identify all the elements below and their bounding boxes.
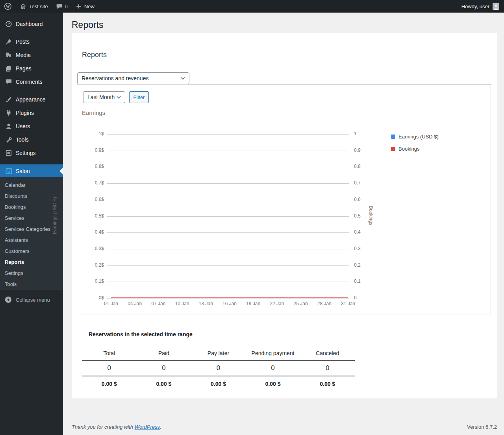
legend-entry: Earnings (USD $) <box>391 133 439 141</box>
footer-suffix: . <box>160 424 161 430</box>
plugin-icon <box>5 109 13 117</box>
dashboard-icon <box>5 20 13 28</box>
right-axis-tick-label: 0.3 <box>354 246 378 251</box>
sidebar-item-users[interactable]: Users <box>0 120 63 133</box>
reports-card: Reports Reservations and revenues Last M… <box>72 33 497 398</box>
sidebar-item-label: Settings <box>16 150 36 156</box>
report-type-value: Reservations and revenues <box>82 75 148 81</box>
comments-icon <box>5 78 13 86</box>
chevron-down-icon <box>181 77 185 80</box>
right-axis-tick-label: 0.8 <box>354 164 378 169</box>
chart-gridline <box>107 183 349 184</box>
count-pending-payment: 0 <box>246 360 300 376</box>
sidebar-item-label: Pages <box>16 65 32 72</box>
right-axis-tick-label: 1 <box>354 131 378 136</box>
chart-gridline <box>107 298 349 299</box>
reports-card-heading: Reports <box>82 51 107 59</box>
right-axis-tick-label: 0.2 <box>354 262 378 268</box>
legend-swatch <box>391 147 395 151</box>
sidebar-item-comments[interactable]: Comments <box>0 75 63 88</box>
col-header-pay-later: Pay later <box>191 346 246 360</box>
new-label: New <box>84 4 94 9</box>
sidebar-item-label: Users <box>16 123 30 129</box>
comment-bubble-icon <box>56 3 63 10</box>
summary-header-row: Total Paid Pay later Pending payment Can… <box>82 346 355 360</box>
footer-thanks: Thank you for creating with WordPress. <box>72 424 161 430</box>
page-title: Reports <box>72 20 104 30</box>
count-total: 0 <box>82 360 137 376</box>
comments-shortcut[interactable]: 0 <box>52 0 72 13</box>
sidebar-item-label: Plugins <box>16 110 34 116</box>
amount-total: 0.00 $ <box>82 376 137 391</box>
count-paid: 0 <box>137 360 191 376</box>
footer-thanks-text: Thank you for creating with <box>72 424 133 430</box>
sidebar-item-pages[interactable]: Pages <box>0 62 63 75</box>
wordpress-logo-menu[interactable]: W <box>0 0 16 13</box>
sidebar-item-plugins[interactable]: Plugins <box>0 106 63 120</box>
chart-gridline <box>107 151 349 151</box>
left-axis-tick-label: 0.3$ <box>77 246 104 251</box>
wordpress-logo-icon: W <box>4 2 12 10</box>
legend-label: Earnings (USD $) <box>398 134 439 140</box>
legend-swatch <box>391 135 395 139</box>
submenu-item-tools[interactable]: Tools <box>0 279 63 290</box>
chart-gridline <box>107 265 349 266</box>
wordpress-link[interactable]: WordPress <box>135 424 160 430</box>
report-type-select[interactable]: Reservations and revenues <box>77 72 189 84</box>
new-content-menu[interactable]: New <box>72 0 98 13</box>
amount-pending-payment: 0.00 $ <box>246 376 300 391</box>
wordpress-admin-screen: W Test site 0 New Howdy, user <box>0 0 504 435</box>
submenu-item-settings[interactable]: Settings <box>0 268 63 279</box>
account-menu[interactable]: Howdy, user <box>461 3 504 10</box>
settings-sliders-icon <box>5 149 13 157</box>
collapse-arrow-icon <box>5 296 12 303</box>
sidebar-item-media[interactable]: Media <box>0 48 63 62</box>
sidebar-item-settings[interactable]: Settings <box>0 146 63 160</box>
col-header-pending-payment: Pending payment <box>246 346 300 360</box>
sidebar-item-dashboard[interactable]: Dashboard <box>0 17 63 31</box>
media-icon <box>5 51 13 59</box>
user-icon <box>5 122 13 130</box>
sidebar-item-label: Media <box>16 52 31 58</box>
left-axis-tick-label: 1$ <box>77 131 104 136</box>
legend-label: Bookings <box>398 146 419 152</box>
chart-gridline <box>107 232 349 233</box>
sidebar-item-salon[interactable]: Salon <box>0 164 63 177</box>
user-avatar <box>493 3 499 10</box>
summary-table-heading: Reservations in the selected time range <box>89 331 193 337</box>
amount-canceled: 0.00 $ <box>300 376 355 391</box>
submenu-item-reports[interactable]: Reports <box>0 257 63 268</box>
x-axis-tick-label: 25 Jan <box>289 301 313 306</box>
pin-icon <box>5 38 13 46</box>
sidebar-item-label: Tools <box>16 136 29 143</box>
sidebar-item-posts[interactable]: Posts <box>0 35 63 48</box>
right-axis-tick-label: 0.6 <box>354 197 378 202</box>
left-axis-tick-label: 0$ <box>77 295 104 300</box>
sidebar-item-tools[interactable]: Tools <box>0 133 63 146</box>
sidebar-item-appearance[interactable]: Appearance <box>0 93 63 106</box>
left-axis-tick-label: 0.4$ <box>77 229 104 235</box>
site-name-label: Test site <box>29 4 48 9</box>
left-axis-tick-label: 0.5$ <box>77 213 104 219</box>
chart-gridline <box>107 167 349 167</box>
left-axis-tick-label: 0.2$ <box>77 262 104 268</box>
site-link[interactable]: Test site <box>16 0 52 13</box>
x-axis-tick-label: 13 Jan <box>194 301 218 306</box>
summary-counts-row: 0 0 0 0 0 <box>82 360 355 376</box>
x-axis-tick-label: 04 Jan <box>123 301 146 306</box>
left-axis-tick-label: 0.7$ <box>77 180 104 186</box>
col-header-canceled: Canceled <box>300 346 355 360</box>
left-axis-title: Earnings (USD $) <box>52 180 57 251</box>
report-panel: Last Month Filter Earnings Earnings (USD… <box>77 84 491 315</box>
left-axis-tick-label: 0.9$ <box>77 147 104 153</box>
amount-paid: 0.00 $ <box>137 376 191 391</box>
sidebar-item-label: Comments <box>16 79 43 85</box>
svg-text:W: W <box>6 4 10 9</box>
active-menu-arrow <box>59 168 63 175</box>
appearance-brush-icon <box>5 96 13 103</box>
right-axis-tick-label: 0.7 <box>354 180 378 186</box>
x-axis-tick-label: 22 Jan <box>265 301 289 306</box>
collapse-menu-button[interactable]: Collapse menu <box>0 294 63 305</box>
pages-icon <box>5 65 13 72</box>
chart-gridline <box>107 249 349 249</box>
